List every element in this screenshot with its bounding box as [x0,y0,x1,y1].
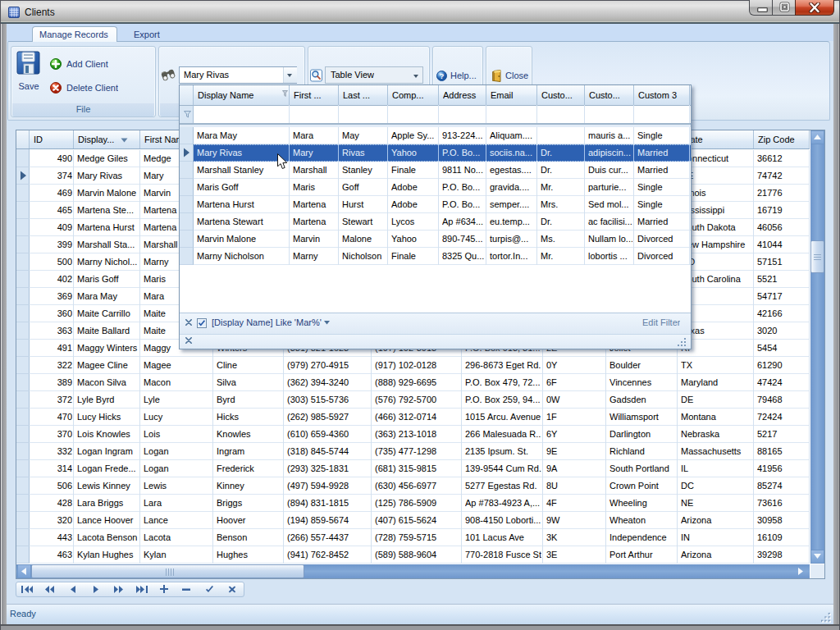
svg-text:?: ? [440,72,445,80]
